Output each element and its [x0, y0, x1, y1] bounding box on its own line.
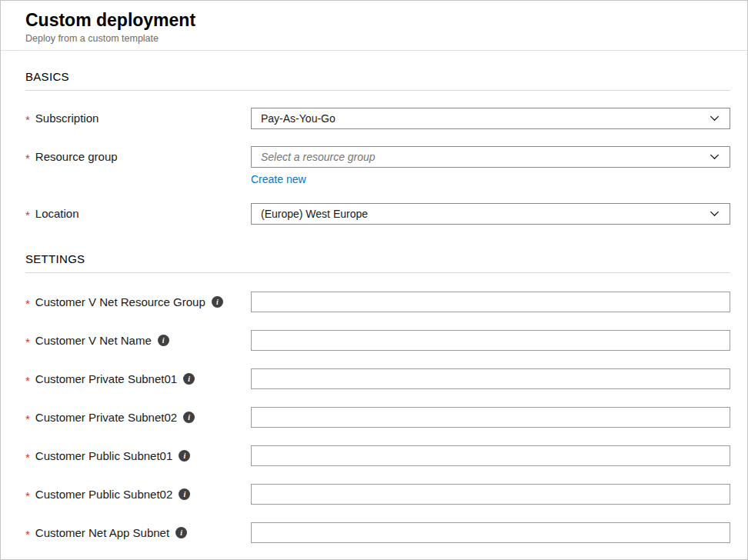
customer-vnet-name-row: * Customer V Net Name i: [25, 330, 730, 351]
location-row: * Location (Europe) West Europe: [25, 203, 730, 225]
customer-private-subnet02-row: * Customer Private Subnet02 i: [25, 407, 730, 428]
required-asterisk: *: [25, 112, 30, 125]
info-icon[interactable]: i: [158, 335, 169, 346]
field-label-group: * Customer V Net Resource Group i: [25, 292, 251, 309]
customer-public-subnet01-row: * Customer Public Subnet01 i: [25, 445, 730, 466]
resource-group-row: * Resource group Select a resource group…: [25, 146, 730, 186]
customer-vnet-resource-group-row: * Customer V Net Resource Group i: [25, 292, 730, 312]
required-asterisk: *: [25, 150, 30, 164]
info-icon[interactable]: i: [179, 488, 190, 500]
required-asterisk: *: [25, 372, 30, 386]
required-asterisk: *: [25, 295, 30, 309]
required-asterisk: *: [25, 488, 30, 502]
customer-public-subnet02-label: Customer Public Subnet02: [35, 488, 172, 501]
subscription-selected-value: Pay-As-You-Go: [261, 112, 336, 125]
required-asterisk: *: [25, 411, 30, 425]
resource-group-placeholder: Select a resource group: [261, 151, 376, 163]
subscription-label: Subscription: [35, 112, 99, 125]
customer-net-app-subnet-input[interactable]: [251, 522, 730, 543]
customer-private-subnet01-row: * Customer Private Subnet01 i: [25, 368, 730, 389]
settings-section: * Customer V Net Resource Group i * Cust…: [25, 292, 730, 543]
custom-deployment-page: Custom deployment Deploy from a custom t…: [0, 0, 748, 560]
customer-net-app-subnet-label: Customer Net App Subnet: [35, 526, 169, 539]
customer-private-subnet01-input[interactable]: [251, 368, 730, 389]
customer-private-subnet02-label: Customer Private Subnet02: [35, 411, 177, 424]
resource-group-label: Resource group: [35, 150, 118, 163]
field-label-group: * Customer Private Subnet01 i: [25, 368, 251, 386]
customer-vnet-resource-group-input[interactable]: [251, 292, 730, 312]
customer-vnet-name-label: Customer V Net Name: [35, 334, 152, 347]
customer-public-subnet01-label: Customer Public Subnet01: [35, 449, 172, 462]
basics-section-heading: BASICS: [25, 70, 730, 91]
create-new-link[interactable]: Create new: [251, 173, 306, 185]
info-icon[interactable]: i: [183, 412, 195, 423]
info-icon[interactable]: i: [179, 450, 190, 462]
customer-private-subnet02-input[interactable]: [251, 407, 730, 428]
customer-public-subnet02-row: * Customer Public Subnet02 i: [25, 484, 730, 505]
field-label-group: * Customer Net App Subnet i: [25, 522, 251, 540]
page-subtitle: Deploy from a custom template: [25, 33, 723, 44]
field-label-group: * Customer Public Subnet01 i: [25, 445, 251, 463]
page-header: Custom deployment Deploy from a custom t…: [1, 1, 747, 51]
required-asterisk: *: [25, 334, 30, 348]
required-asterisk: *: [25, 207, 30, 221]
resource-group-dropdown[interactable]: Select a resource group: [251, 146, 730, 168]
customer-public-subnet01-input[interactable]: [251, 445, 730, 466]
form-content: BASICS * Subscription Pay-As-You-Go: [1, 70, 747, 543]
location-dropdown[interactable]: (Europe) West Europe: [251, 203, 730, 225]
customer-private-subnet01-label: Customer Private Subnet01: [35, 372, 177, 385]
subscription-dropdown[interactable]: Pay-As-You-Go: [251, 108, 730, 129]
required-asterisk: *: [25, 449, 30, 463]
customer-vnet-resource-group-label: Customer V Net Resource Group: [35, 295, 205, 308]
field-label-group: * Customer V Net Name i: [25, 330, 251, 348]
chevron-down-icon: [709, 112, 720, 124]
required-asterisk: *: [25, 526, 30, 540]
chevron-down-icon: [709, 151, 720, 162]
field-label-group: * Customer Public Subnet02 i: [25, 484, 251, 502]
customer-net-app-subnet-row: * Customer Net App Subnet i: [25, 522, 730, 543]
location-selected-value: (Europe) West Europe: [261, 208, 368, 220]
field-label-group: * Customer Private Subnet02 i: [25, 407, 251, 425]
subscription-row: * Subscription Pay-As-You-Go: [25, 108, 730, 129]
page-title: Custom deployment: [25, 10, 723, 32]
basics-section: * Subscription Pay-As-You-Go * Resour: [25, 108, 730, 225]
customer-public-subnet02-input[interactable]: [251, 484, 730, 505]
chevron-down-icon: [709, 208, 720, 219]
info-icon[interactable]: i: [212, 296, 223, 308]
subscription-label-group: * Subscription: [25, 108, 251, 125]
settings-section-heading: SETTINGS: [25, 252, 730, 273]
info-icon[interactable]: i: [175, 527, 187, 538]
location-label: Location: [35, 207, 79, 220]
info-icon[interactable]: i: [183, 373, 195, 385]
customer-vnet-name-input[interactable]: [251, 330, 730, 351]
location-label-group: * Location: [25, 203, 251, 221]
resource-group-label-group: * Resource group: [25, 146, 251, 164]
